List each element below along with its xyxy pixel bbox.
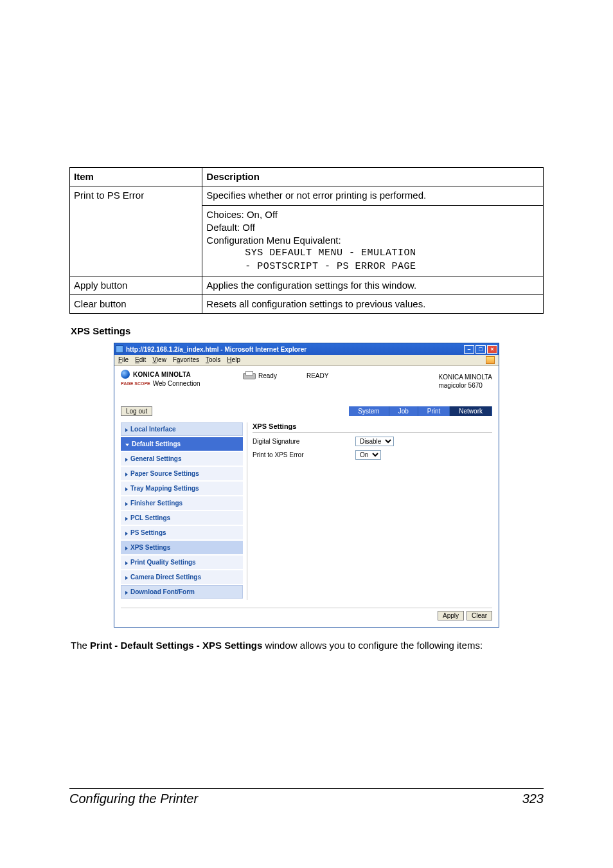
sidebar-item-default-settings[interactable]: Default Settings [121, 437, 243, 451]
sidebar-item-xps[interactable]: XPS Settings [121, 541, 243, 554]
globe-icon [121, 370, 130, 379]
table-desc-cell: Choices: On, Off Default: Off Configurat… [202, 205, 544, 276]
print-xps-error-select[interactable]: On [355, 450, 381, 460]
print-xps-error-label: Print to XPS Error [253, 451, 355, 458]
brand-text: KONICA MINOLTA [133, 371, 191, 378]
sidebar-item-tray-mapping[interactable]: Tray Mapping Settings [121, 482, 243, 495]
menu-help[interactable]: Help [227, 356, 240, 364]
triangle-right-icon [125, 473, 128, 476]
sidebar-item-ps[interactable]: PS Settings [121, 526, 243, 539]
table-head-item: Item [70, 168, 202, 186]
body-paragraph: The Print - Default Settings - XPS Setti… [71, 639, 542, 652]
triangle-right-icon [125, 428, 128, 432]
table-row: Print to PS Error Specifies whether or n… [70, 186, 544, 205]
minimize-button[interactable]: – [464, 345, 474, 354]
menubar: File Edit View Favorites Tools Help [114, 355, 499, 366]
triangle-right-icon [125, 487, 128, 491]
menu-file[interactable]: File [118, 356, 129, 364]
logout-button[interactable]: Log out [121, 406, 152, 416]
printer-icon [243, 371, 254, 380]
table-row: Clear button Resets all configuration se… [70, 295, 544, 314]
apply-button[interactable]: Apply [438, 611, 464, 620]
sidebar-item-download[interactable]: Download Font/Form [121, 585, 243, 599]
table-desc-cell: Specifies whether or not error printing … [202, 186, 544, 205]
digital-signature-label: Digital Signature [253, 438, 355, 445]
tab-print[interactable]: Print [418, 406, 450, 416]
status-ready: Ready [258, 372, 277, 379]
titlebar: http://192.168.1.2/a_index.html - Micros… [114, 343, 499, 355]
tab-job[interactable]: Job [389, 406, 418, 416]
sidebar-item-print-quality[interactable]: Print Quality Settings [121, 556, 243, 569]
menu-favorites[interactable]: Favorites [173, 356, 199, 364]
table-head-desc: Description [202, 168, 544, 186]
web-connection-text: Web Connection [153, 380, 200, 387]
triangle-down-icon [125, 444, 129, 446]
sidebar-item-general[interactable]: General Settings [121, 452, 243, 466]
window-title: http://192.168.1.2/a_index.html - Micros… [126, 346, 464, 353]
close-button[interactable]: × [487, 345, 497, 354]
triangle-right-icon [125, 576, 128, 580]
triangle-right-icon [125, 591, 128, 595]
sidebar: Local Interface Default Settings General… [121, 422, 243, 600]
pane-heading: XPS Settings [253, 422, 492, 433]
digital-signature-select[interactable]: Disable [355, 437, 394, 446]
section-heading: XPS Settings [71, 325, 544, 336]
main-tabs: System Job Print Network [349, 406, 492, 416]
status-ready-caps: READY [306, 372, 328, 379]
ie-window: http://192.168.1.2/a_index.html - Micros… [114, 343, 499, 628]
sidebar-item-camera[interactable]: Camera Direct Settings [121, 570, 243, 584]
sidebar-item-finisher[interactable]: Finisher Settings [121, 496, 243, 510]
device-info: KONICA MINOLTA magicolor 5670 [438, 370, 492, 390]
triangle-right-icon [125, 502, 128, 506]
footer-title: Configuring the Printer [69, 791, 522, 806]
sidebar-item-pcl[interactable]: PCL Settings [121, 511, 243, 525]
sidebar-item-paper-source[interactable]: Paper Source Settings [121, 467, 243, 480]
triangle-right-icon [125, 547, 128, 550]
triangle-right-icon [125, 458, 128, 462]
table-desc-cell: Applies the configuration settings for t… [202, 276, 544, 294]
form-footer: Apply Clear [121, 608, 492, 623]
pagescope-badge: PAGE SCOPE [121, 381, 150, 386]
table-row: Apply button Applies the configuration s… [70, 276, 544, 294]
table-desc-cell: Resets all configuration settings to pre… [202, 295, 544, 314]
definition-table: Item Description Print to PS Error Speci… [69, 167, 544, 314]
table-item-cell: Print to PS Error [70, 186, 202, 276]
menu-view[interactable]: View [152, 356, 166, 364]
triangle-right-icon [125, 561, 128, 565]
ie-throbber-icon [486, 356, 495, 364]
clear-button[interactable]: Clear [466, 611, 492, 620]
menu-edit[interactable]: Edit [135, 356, 146, 364]
triangle-right-icon [125, 517, 128, 521]
right-pane: XPS Settings Digital Signature Disable P… [247, 422, 492, 600]
ie-app-icon [116, 345, 123, 353]
footer-page-number: 323 [522, 791, 544, 806]
maximize-button[interactable]: □ [475, 345, 486, 354]
header-strip: KONICA MINOLTA PAGE SCOPE Web Connection… [114, 366, 499, 395]
page-footer: Configuring the Printer 323 [69, 788, 544, 806]
triangle-right-icon [125, 532, 128, 536]
table-item-cell: Clear button [70, 295, 202, 314]
sidebar-item-local-interface[interactable]: Local Interface [121, 422, 243, 436]
tab-network[interactable]: Network [450, 406, 492, 416]
tab-system[interactable]: System [349, 406, 389, 416]
menu-tools[interactable]: Tools [206, 356, 220, 364]
table-item-cell: Apply button [70, 276, 202, 294]
